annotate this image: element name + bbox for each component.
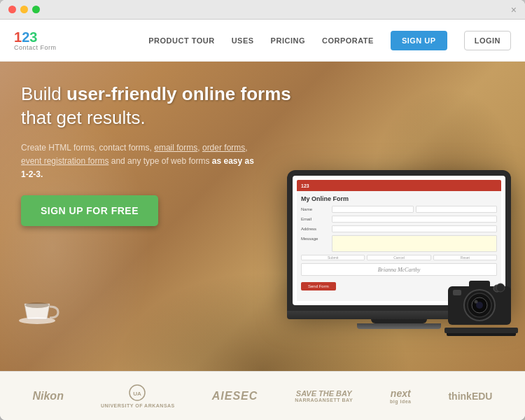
logo-1: 1	[14, 29, 22, 45]
savethebay-logo: SAVE THE BAY	[295, 389, 353, 398]
logo-subtitle: Contact Form	[14, 44, 57, 51]
form-input-address	[332, 225, 497, 232]
flash	[453, 290, 461, 295]
close-dot[interactable]	[8, 6, 16, 13]
coffee-cup-decoration	[18, 284, 59, 329]
navbar: 123 Contact Form PRODUCT TOUR USES PRICI…	[0, 20, 525, 62]
headline-end: that get results.	[21, 107, 146, 128]
form-preview-header: 123	[297, 180, 501, 191]
camera-decoration	[444, 272, 518, 336]
logo[interactable]: 123 Contact Form	[14, 30, 57, 51]
form-options-grid: Submit Cancel Reset	[301, 255, 497, 260]
headline-normal: Build	[21, 83, 66, 104]
next-logo: next	[390, 388, 411, 399]
logo-2: 2	[22, 29, 29, 45]
event-forms-link[interactable]: event registration forms	[21, 156, 108, 166]
partner-next: next big idea	[390, 388, 411, 404]
titlebar: ×	[0, 0, 525, 20]
nikon-logo: Nikon	[32, 390, 63, 402]
headline-bold: user-friendly online forms	[66, 83, 291, 104]
grid-cell-1: Submit	[301, 255, 365, 260]
partners-bar: Nikon UA UNIVERSITY OF ARKANSAS AIESEC S…	[0, 371, 525, 420]
form-label-email: Email	[301, 216, 329, 221]
login-button[interactable]: LOGIN	[464, 31, 511, 50]
nav-uses[interactable]: USES	[232, 36, 254, 45]
window-controls	[8, 6, 40, 13]
form-label-name: Name	[301, 206, 329, 211]
minimize-dot[interactable]	[20, 6, 28, 13]
thinkedu-logo: thinkEDU	[448, 391, 492, 402]
form-row-address: Address	[301, 225, 497, 232]
savethebay-sub: NARRAGANSETT BAY	[295, 398, 353, 402]
partner-aiesec: AIESEC	[212, 390, 258, 402]
coffee-liquid	[25, 302, 49, 308]
maximize-dot[interactable]	[32, 6, 40, 13]
nav-product-tour[interactable]: PRODUCT TOUR	[148, 36, 214, 45]
arkansas-crest: UA	[129, 384, 146, 402]
form-label-message: Message	[301, 235, 329, 241]
notebook-top	[444, 328, 518, 333]
form-input-first	[332, 206, 414, 213]
camera-svg	[444, 272, 518, 328]
form-label-address: Address	[301, 225, 329, 231]
arkansas-label: UNIVERSITY OF ARKANSAS	[101, 403, 175, 408]
hero-section: Build user-friendly online forms that ge…	[0, 62, 525, 371]
partner-thinkedu: thinkEDU	[448, 391, 492, 402]
signup-button[interactable]: SIGN UP	[391, 31, 447, 50]
notebook-spine	[447, 333, 517, 336]
order-forms-link[interactable]: order forms	[202, 143, 245, 153]
hero-headline: Build user-friendly online forms that ge…	[21, 83, 301, 130]
next-sub: big idea	[390, 399, 411, 404]
browser-window: × 123 Contact Form PRODUCT TOUR USES PRI…	[0, 0, 525, 420]
partner-nikon: Nikon	[32, 390, 63, 402]
hero-subtext: Create HTML forms, contact forms, email …	[21, 141, 259, 182]
form-row-email: Email	[301, 216, 497, 223]
form-input-last	[416, 206, 498, 213]
form-submit-button[interactable]: Send Form	[301, 282, 336, 290]
partner-savethebay: SAVE THE BAY NARRAGANSETT BAY	[295, 389, 353, 402]
coffee-cup-svg	[18, 284, 59, 326]
signup-free-button[interactable]: SIGN UP FOR FREE	[21, 195, 158, 226]
form-row-message: Message	[301, 235, 497, 252]
email-forms-link[interactable]: email forms	[154, 143, 197, 153]
grid-cell-2: Cancel	[367, 255, 430, 260]
cup-handle	[50, 307, 58, 318]
logo-3: 3	[29, 29, 37, 45]
form-row-name: Name	[301, 206, 497, 213]
aiesec-logo: AIESEC	[212, 390, 258, 402]
signature-text: Brianna McCarthy	[378, 267, 421, 273]
form-logo: 123	[301, 183, 309, 188]
form-input-email	[332, 216, 497, 223]
viewfinder	[469, 281, 490, 289]
laptop-bottom-bar	[357, 323, 441, 329]
form-input-message	[332, 235, 497, 252]
mode-dial	[496, 284, 505, 292]
close-icon[interactable]: ×	[511, 4, 517, 15]
lens-highlight	[475, 300, 478, 304]
nav-corporate[interactable]: CORPORATE	[322, 36, 374, 45]
nav-pricing[interactable]: PRICING	[271, 36, 305, 45]
form-title: My Online Form	[301, 195, 497, 202]
grid-cell-3: Reset	[433, 255, 497, 260]
partner-arkansas: UA UNIVERSITY OF ARKANSAS	[101, 384, 175, 408]
logo-numbers: 123	[14, 30, 57, 44]
svg-text:UA: UA	[134, 391, 142, 397]
nav-links: PRODUCT TOUR USES PRICING CORPORATE SIGN…	[148, 31, 511, 50]
